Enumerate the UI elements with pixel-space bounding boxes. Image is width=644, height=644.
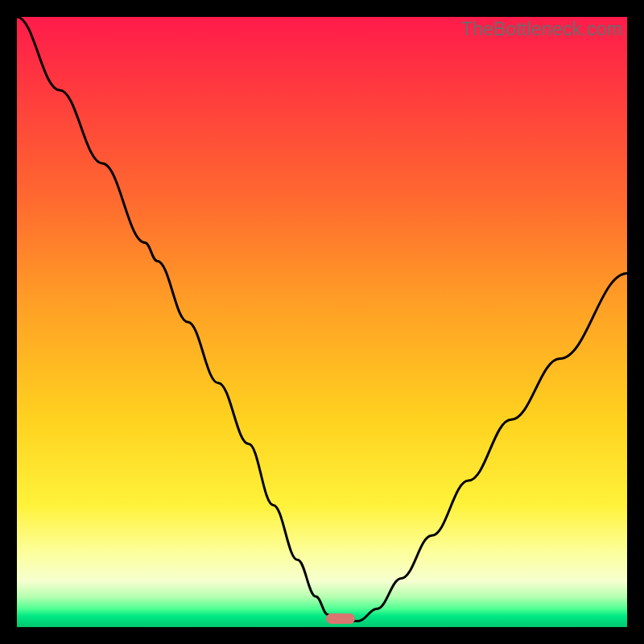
optimal-point-marker — [326, 613, 355, 624]
bottleneck-curve — [17, 17, 627, 627]
chart-container: TheBottleneck.com — [0, 0, 644, 644]
plot-area: TheBottleneck.com — [17, 17, 627, 627]
curve-path — [17, 17, 627, 621]
